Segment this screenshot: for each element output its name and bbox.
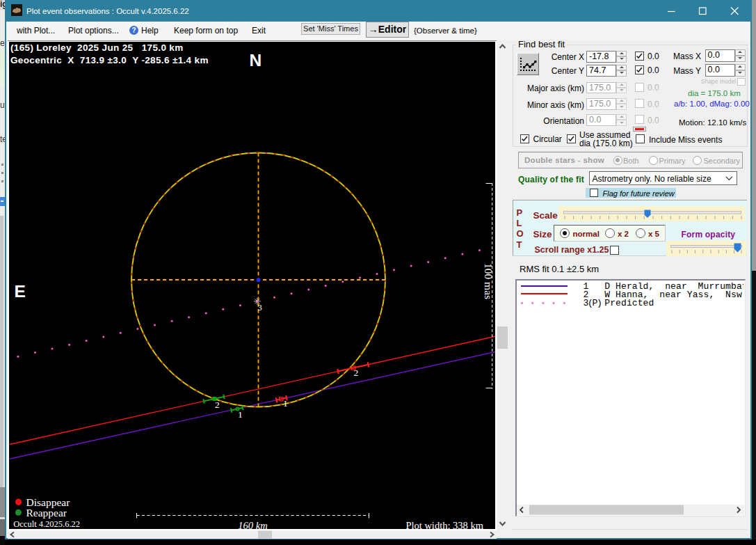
svg-text:2: 2	[215, 400, 220, 410]
svg-text:(165) Loreley 2025 Jun 25 1: (165) Loreley 2025 Jun 25 175.0 km	[10, 42, 184, 53]
svg-text:100 mas: 100 mas	[483, 263, 494, 299]
svg-text:Reappear: Reappear	[26, 507, 67, 519]
svg-text:2: 2	[354, 368, 359, 378]
svg-text:Plot width: 338 km: Plot width: 338 km	[405, 520, 483, 529]
svg-text:Geocentric X 713.9 ±3.0 Y -: Geocentric X 713.9 ±3.0 Y -285.6 ±1.4 km	[10, 55, 209, 65]
svg-text:1: 1	[283, 398, 288, 409]
svg-text:160 km: 160 km	[238, 520, 267, 529]
svg-text:E: E	[15, 282, 26, 301]
svg-text:Occult 4.2025.6.22: Occult 4.2025.6.22	[13, 519, 80, 529]
svg-text:1: 1	[238, 409, 243, 420]
svg-text:N: N	[250, 51, 262, 70]
svg-text:3: 3	[258, 303, 262, 313]
